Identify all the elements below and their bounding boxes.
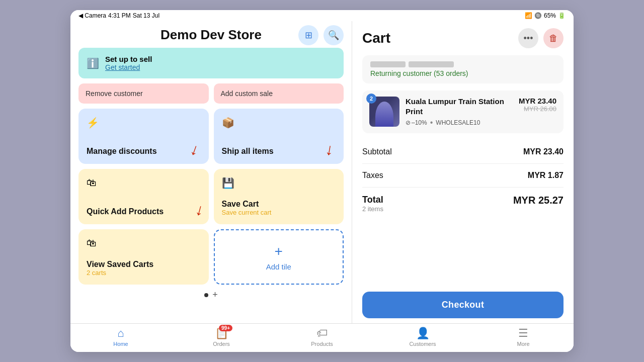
manage-discounts-tile[interactable]: ⚡ Manage discounts ↓ xyxy=(78,109,209,164)
info-icon: ℹ️ xyxy=(87,57,99,69)
returning-customer-text: Returning customer (53 orders) xyxy=(370,69,555,77)
header-icons: ⊞ 🔍 xyxy=(298,25,344,45)
item-details: Kuala Lumpur Train Station Print ⊘ –10% … xyxy=(406,97,513,127)
save-cart-title: Save Cart xyxy=(222,200,336,209)
nav-orders-label: Orders xyxy=(213,341,230,347)
grand-total-label: Total xyxy=(362,195,383,205)
item-price-current: MYR 23.40 xyxy=(519,97,556,105)
tile-grid: ⚡ Manage discounts ↓ 📦 Ship all items ↓ … xyxy=(78,109,344,285)
save-cart-icon: 💾 xyxy=(222,177,336,189)
manage-discounts-title: Manage discounts xyxy=(87,147,201,156)
grand-total-row: Total 2 items MYR 25.27 xyxy=(362,188,564,220)
cart-title: Cart xyxy=(362,30,390,46)
cart-more-button[interactable]: ••• xyxy=(518,28,538,48)
add-icon: + xyxy=(275,243,283,259)
item-qty-badge: 2 xyxy=(366,94,376,104)
item-img-person xyxy=(375,102,393,127)
manage-discounts-icon: ⚡ xyxy=(87,117,201,129)
customers-icon: 👤 xyxy=(416,327,430,340)
left-header: Demo Dev Store ⊞ 🔍 xyxy=(78,21,344,48)
subtotal-label: Subtotal xyxy=(362,147,392,156)
ship-all-items-title: Ship all items xyxy=(222,147,336,156)
nav-home-label: Home xyxy=(113,341,128,347)
battery-level: 65% xyxy=(544,12,556,19)
subtotal-row: Subtotal MYR 23.40 xyxy=(362,140,564,164)
blur-2 xyxy=(409,61,454,67)
nav-more[interactable]: ☰ More xyxy=(473,327,574,347)
wifi-icon: 📶 xyxy=(525,12,532,19)
nav-home[interactable]: ⌂ Home xyxy=(70,327,171,347)
saved-carts-icon: 🛍 xyxy=(87,237,201,249)
subtotal-value: MYR 23.40 xyxy=(523,147,564,156)
checkout-button[interactable]: Checkout xyxy=(362,292,564,318)
right-panel: Cart ••• 🗑 Returning customer (53 orders… xyxy=(352,21,574,323)
setup-title: Set up to sell xyxy=(105,55,152,63)
home-icon: ⌂ xyxy=(117,327,124,340)
page-dot-1[interactable] xyxy=(204,293,208,297)
arrow-ship-items: ↓ xyxy=(324,140,335,159)
cart-delete-button[interactable]: 🗑 xyxy=(543,28,564,48)
discount-code: WHOLESALE10 xyxy=(436,119,480,126)
nav-products-label: Products xyxy=(311,341,333,347)
cart-item[interactable]: 2 Kuala Lumpur Train Station Print ⊘ –10… xyxy=(362,90,564,133)
ship-all-items-tile[interactable]: 📦 Ship all items ↓ xyxy=(214,109,344,164)
device-frame: ◀ Camera 4:31 PM Sat 13 Jul 📶 🔘 65% 🔋 De… xyxy=(70,10,574,352)
add-tile-button[interactable]: + Add tile xyxy=(214,229,344,285)
back-camera[interactable]: ◀ Camera xyxy=(78,12,106,19)
more-icon: ☰ xyxy=(518,327,528,340)
search-button[interactable]: 🔍 xyxy=(324,25,344,45)
nav-more-label: More xyxy=(517,341,529,347)
quick-add-icon: 🛍 xyxy=(87,177,201,189)
nav-products[interactable]: 🏷 Products xyxy=(272,327,372,347)
get-started-link[interactable]: Get started xyxy=(105,63,152,71)
item-image-wrap: 2 xyxy=(369,97,399,127)
item-prices: MYR 23.40 MYR 26.00 xyxy=(519,97,556,113)
nav-orders[interactable]: 📋 99+ Orders xyxy=(171,327,272,347)
remove-customer-button[interactable]: Remove customer xyxy=(78,83,209,104)
item-name: Kuala Lumpur Train Station Print xyxy=(406,97,513,116)
status-bar: ◀ Camera 4:31 PM Sat 13 Jul 📶 🔘 65% 🔋 xyxy=(70,10,574,21)
discount-badge: ⊘ –10% xyxy=(406,119,427,126)
status-date: Sat 13 Jul xyxy=(133,12,159,19)
blur-1 xyxy=(370,61,406,67)
partial-bar: Remove customer Add custom sale xyxy=(78,83,344,104)
view-saved-carts-tile[interactable]: 🛍 View Saved Carts 2 carts xyxy=(78,229,209,285)
save-cart-tile[interactable]: 💾 Save Cart Save current cart xyxy=(214,169,344,224)
ship-icon: 📦 xyxy=(222,117,336,129)
grand-total-label-wrap: Total 2 items xyxy=(362,195,383,213)
add-tile-label: Add tile xyxy=(266,262,291,271)
nav-customers[interactable]: 👤 Customers xyxy=(372,327,473,347)
barcode-button[interactable]: ⊞ xyxy=(298,25,318,45)
save-cart-subtitle: Save current cart xyxy=(222,209,336,216)
saved-carts-count: 2 carts xyxy=(87,269,201,277)
customer-card[interactable]: Returning customer (53 orders) xyxy=(362,55,564,83)
bottom-nav: ⌂ Home 📋 99+ Orders 🏷 Products 👤 Custome… xyxy=(70,323,574,352)
cart-icons: ••• 🗑 xyxy=(518,28,564,48)
add-custom-sale-button[interactable]: Add custom sale xyxy=(214,83,344,104)
add-page-button[interactable]: + xyxy=(212,290,218,300)
quick-add-products-title: Quick Add Products xyxy=(87,207,201,216)
totals-section: Subtotal MYR 23.40 Taxes MYR 1.87 Total … xyxy=(362,140,564,286)
arrow-quick-add: ↓ xyxy=(193,200,206,220)
battery-icon: 🔋 xyxy=(558,12,566,19)
taxes-label: Taxes xyxy=(362,171,383,180)
cart-header: Cart ••• 🗑 xyxy=(362,28,564,48)
orders-badge: 99+ xyxy=(219,325,232,331)
main-area: Demo Dev Store ⊞ 🔍 ℹ️ Set up to sell Get… xyxy=(70,21,574,323)
taxes-row: Taxes MYR 1.87 xyxy=(362,164,564,188)
grand-total-sub: 2 items xyxy=(362,205,383,213)
signal-icon: 🔘 xyxy=(534,12,542,19)
item-price-original: MYR 26.00 xyxy=(519,105,556,113)
setup-banner: ℹ️ Set up to sell Get started xyxy=(78,48,344,78)
left-panel: Demo Dev Store ⊞ 🔍 ℹ️ Set up to sell Get… xyxy=(70,21,352,323)
store-title: Demo Dev Store xyxy=(160,27,262,43)
setup-banner-text: Set up to sell Get started xyxy=(105,55,152,71)
nav-customers-label: Customers xyxy=(409,341,436,347)
add-tile-content: + Add tile xyxy=(223,238,335,276)
quick-add-products-tile[interactable]: 🛍 Quick Add Products ↓ xyxy=(78,169,209,224)
pagination: + xyxy=(78,290,344,300)
status-time: 4:31 PM xyxy=(108,12,131,19)
taxes-value: MYR 1.87 xyxy=(528,171,564,180)
products-icon: 🏷 xyxy=(316,327,328,340)
view-saved-carts-title: View Saved Carts xyxy=(87,260,201,269)
